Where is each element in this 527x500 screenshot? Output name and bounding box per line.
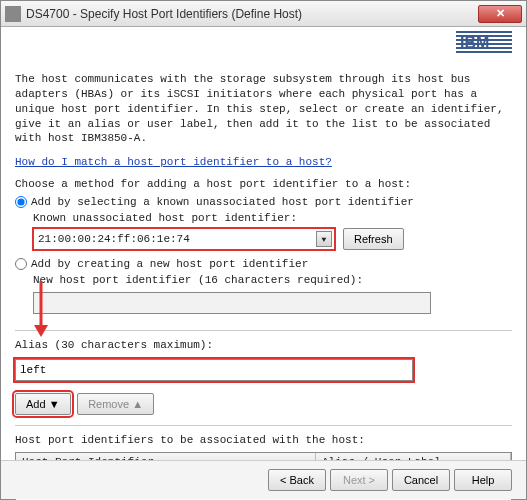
dialog-window: DS4700 - Specify Host Port Identifiers (…	[0, 0, 527, 500]
ibm-logo: IBM	[456, 31, 512, 53]
add-remove-row: Add ▼ Remove ▲	[15, 393, 512, 415]
alias-label: Alias (30 characters maximum):	[15, 339, 512, 351]
window-title: DS4700 - Specify Host Port Identifiers (…	[26, 7, 478, 21]
app-icon	[5, 6, 21, 22]
alias-highlight	[15, 359, 413, 381]
method-label: Choose a method for adding a host port i…	[15, 178, 512, 190]
remove-button: Remove ▲	[77, 393, 154, 415]
svg-marker-8	[34, 325, 48, 337]
radio-known-label: Add by selecting a known unassociated ho…	[31, 196, 414, 208]
back-button[interactable]: < Back	[268, 469, 326, 491]
dropdown-value: 21:00:00:24:ff:06:1e:74	[38, 233, 190, 245]
separator	[15, 330, 512, 331]
radio-option-known[interactable]: Add by selecting a known unassociated ho…	[15, 196, 512, 208]
known-identifier-dropdown[interactable]: 21:00:00:24:ff:06:1e:74 ▼	[33, 228, 335, 250]
logo-area: IBM	[1, 27, 526, 64]
svg-text:IBM: IBM	[460, 34, 489, 51]
radio-known[interactable]	[15, 196, 27, 208]
table-label: Host port identifiers to be associated w…	[15, 434, 512, 446]
alias-input[interactable]	[15, 359, 413, 381]
new-identifier-label: New host port identifier (16 characters …	[33, 274, 512, 286]
new-identifier-input	[33, 292, 431, 314]
cancel-button[interactable]: Cancel	[392, 469, 450, 491]
help-button[interactable]: Help	[454, 469, 512, 491]
refresh-button[interactable]: Refresh	[343, 228, 404, 250]
intro-text: The host communicates with the storage s…	[15, 72, 512, 146]
radio-option-create[interactable]: Add by creating a new host port identifi…	[15, 258, 512, 270]
known-identifier-label: Known unassociated host port identifier:	[33, 212, 512, 224]
svg-rect-5	[456, 51, 512, 53]
help-link[interactable]: How do I match a host port identifier to…	[15, 156, 332, 168]
separator-2	[15, 425, 512, 426]
titlebar: DS4700 - Specify Host Port Identifiers (…	[1, 1, 526, 27]
svg-rect-0	[456, 31, 512, 33]
annotation-arrow	[31, 281, 51, 340]
radio-create[interactable]	[15, 258, 27, 270]
radio-create-label: Add by creating a new host port identifi…	[31, 258, 308, 270]
content-area: The host communicates with the storage s…	[1, 64, 526, 500]
close-button[interactable]: ✕	[478, 5, 522, 23]
next-button: Next >	[330, 469, 388, 491]
add-button[interactable]: Add ▼	[15, 393, 71, 415]
footer-buttons: < Back Next > Cancel Help	[1, 460, 526, 499]
dropdown-arrow-icon: ▼	[316, 231, 332, 247]
close-icon: ✕	[496, 7, 505, 20]
